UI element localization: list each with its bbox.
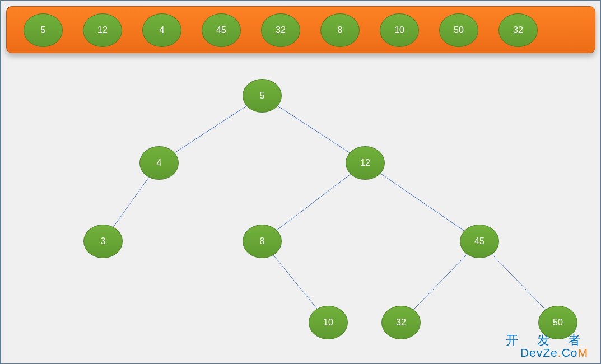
tree-edge [492, 254, 545, 310]
tree-node: 50 [538, 306, 577, 339]
array-node: 32 [498, 13, 538, 47]
array-node: 32 [261, 13, 300, 47]
tree-node: 4 [139, 146, 179, 180]
tree-edge [413, 254, 467, 310]
tree-edge [277, 174, 351, 230]
tree-edge [273, 255, 317, 309]
tree-edges [1, 1, 601, 364]
array-node: 4 [142, 13, 181, 47]
array-node: 50 [439, 13, 478, 47]
diagram-canvas: 512445328105032 54123845103250 开 发 者 Dev… [0, 0, 601, 364]
tree-edge [380, 174, 464, 231]
tree-node: 5 [243, 79, 282, 113]
array-node: 45 [202, 13, 241, 47]
tree-node: 8 [243, 225, 282, 258]
tree-node: 45 [460, 225, 499, 258]
array-node: 8 [320, 13, 360, 47]
array-node: 5 [24, 13, 63, 47]
tree-node: 12 [346, 146, 385, 180]
tree-node: 32 [381, 306, 421, 339]
watermark-line2: DevZe.CoM [506, 347, 588, 359]
tree-node: 3 [83, 225, 123, 258]
tree-edge [278, 106, 350, 153]
array-node: 12 [83, 13, 122, 47]
tree-edge [113, 178, 148, 227]
tree-node: 10 [309, 306, 348, 339]
array-bar: 512445328105032 [6, 6, 595, 53]
array-node: 10 [380, 13, 419, 47]
watermark: 开 发 者 DevZe.CoM [506, 334, 588, 359]
tree-edge [175, 106, 246, 153]
